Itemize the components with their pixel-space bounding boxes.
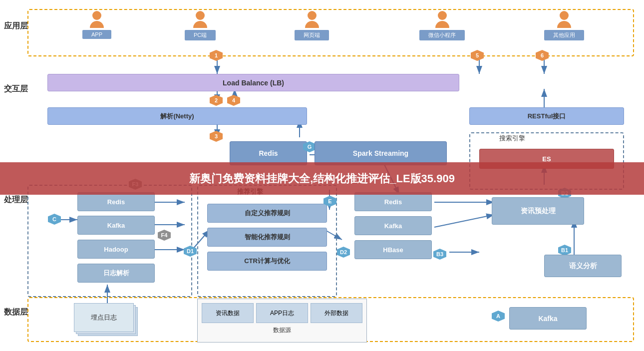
hadoop-proc-box: Hadoop <box>77 240 155 259</box>
log-parse-box: 日志解析 <box>77 264 155 283</box>
restful-box: RESTful接口 <box>469 107 624 125</box>
external-data-box: 外部数据 <box>311 303 362 323</box>
banner-overlay: 新奥门免费资料挂牌大全,结构化推进评估_LE版35.909 <box>0 162 644 195</box>
netty-box: 解析(Netty) <box>47 107 307 125</box>
web-label: 网页端 <box>295 30 329 40</box>
wechat-label: 微信小程序 <box>419 30 465 40</box>
user-app: APP <box>82 11 111 39</box>
rec-ctr-box: CTR计算与优化 <box>207 252 327 271</box>
interaction-layer-label: 交互层 <box>4 84 28 94</box>
redis-right-box: Redis <box>354 192 432 211</box>
badge-b3: B3 <box>433 249 446 260</box>
kafka-right-box: Kafka <box>354 216 432 235</box>
processing-layer-label: 处理层 <box>4 195 28 205</box>
kafka-bottom-box: Kafka <box>509 307 587 330</box>
data-layer-label: 数据层 <box>4 307 28 318</box>
semantic-box: 语义分析 <box>544 255 622 277</box>
kafka-proc-box: Kafka <box>77 216 155 235</box>
svg-line-18 <box>434 215 494 227</box>
rec-custom-box: 自定义推荐规则 <box>207 204 327 223</box>
user-wechat: 微信小程序 <box>419 11 465 40</box>
datasource-label: 数据源 <box>198 325 366 335</box>
user-other: 其他应用 <box>544 11 584 40</box>
spark-streaming-box: Spark Streaming <box>315 141 447 165</box>
news-data-box: 资讯数据 <box>202 303 254 323</box>
app-log-box: APP日志 <box>256 303 308 323</box>
diagram-container: 应用层 交互层 处理层 数据层 APP PC端 网页端 微信小程序 <box>0 0 644 351</box>
hbase-right-box: HBase <box>354 240 432 259</box>
buried-log-stack: 埋点日志 <box>74 303 139 336</box>
pc-label: PC端 <box>185 30 216 40</box>
redis-proc-box: Redis <box>77 192 155 211</box>
load-balance-box: Load Balance (LB) <box>47 74 459 91</box>
user-web: 网页端 <box>295 11 329 40</box>
redis-top-box: Redis <box>230 141 307 165</box>
datasource-box: 资讯数据 APP日志 外部数据 数据源 <box>197 299 367 343</box>
badge-3: 3 <box>210 131 223 142</box>
badge-b1: B1 <box>558 245 571 256</box>
user-pc: PC端 <box>185 11 216 40</box>
search-engine-label: 搜索引擎 <box>499 134 525 143</box>
rec-smart-box: 智能化推荐规则 <box>207 228 327 247</box>
app-label: APP <box>82 30 111 39</box>
news-process-box: 资讯预处理 <box>492 197 584 225</box>
app-layer-section <box>27 9 634 56</box>
app-layer-label: 应用层 <box>4 21 28 31</box>
other-label: 其他应用 <box>544 30 584 40</box>
badge-2: 2 <box>210 95 223 106</box>
badge-d2: D2 <box>337 247 350 258</box>
badge-4: 4 <box>227 95 240 106</box>
